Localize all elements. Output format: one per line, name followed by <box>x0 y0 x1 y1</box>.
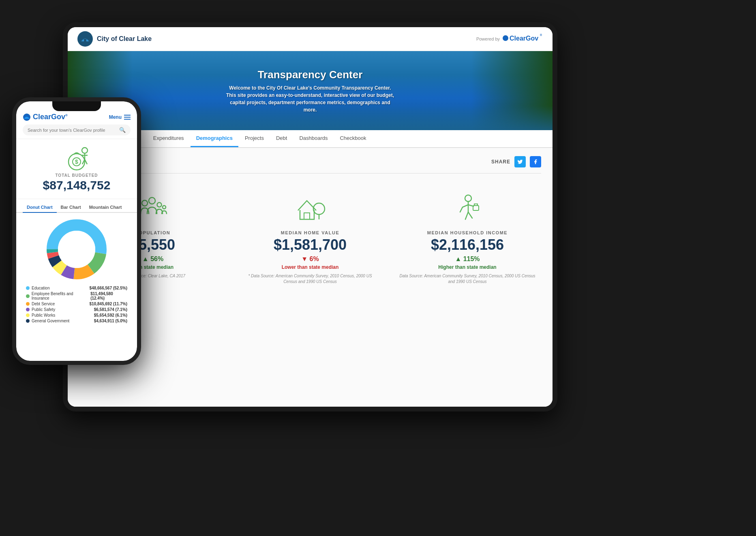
home-value-compare: Lower than state median <box>241 264 379 270</box>
nav-item-debt[interactable]: Debt <box>270 130 293 147</box>
share-area: SHARE <box>491 156 541 167</box>
phone-logo-text: ClearGov® <box>33 113 68 121</box>
household-income-icon <box>398 190 536 226</box>
legend-public-safety: Public Safety $6,581,574 (7.1%) <box>26 307 127 312</box>
svg-rect-9 <box>304 213 310 219</box>
svg-rect-13 <box>473 206 479 210</box>
hero-text: Transparency Center Welcome to the City … <box>225 68 395 113</box>
legend-dot-education <box>26 286 30 290</box>
legend-public-works: Public Works $5,654,592 (6.1%) <box>26 313 127 317</box>
nav-item-checkbook[interactable]: Checkbook <box>334 130 372 147</box>
legend-dot-public-safety <box>26 308 30 311</box>
city-logo <box>77 31 93 47</box>
legend-value-employee-benefits: $11,494,580 (12.4%) <box>90 292 127 300</box>
tab-mountain-chart[interactable]: Mountain Chart <box>85 202 126 213</box>
home-value-value: $1,581,700 <box>241 238 379 252</box>
phone-menu-button[interactable]: Menu <box>109 114 131 120</box>
svg-rect-1 <box>84 39 86 42</box>
svg-text:$: $ <box>75 159 78 165</box>
tab-bar-chart[interactable]: Bar Chart <box>57 202 85 213</box>
phone-search-input[interactable] <box>28 128 116 133</box>
cleargov-brand-logo: ClearGov ® <box>502 33 543 45</box>
hero-subtitle: Welcome to the City Of Clear Lake's Comm… <box>225 84 395 113</box>
home-value-icon <box>241 190 379 226</box>
demographics-stats: POPULATION 25,550 ▲ 56% than state media… <box>79 183 541 291</box>
legend-label-public-safety: Public Safety <box>32 307 55 312</box>
tablet-header: City of Clear Lake Powered by ClearGov ® <box>68 27 553 51</box>
home-value-change: ▼ 6% <box>241 255 379 263</box>
phone-logo: ClearGov® <box>23 113 68 121</box>
nav-item-dashboards[interactable]: Dashboards <box>293 130 333 147</box>
phone-header-row: ClearGov® Menu <box>23 113 131 121</box>
legend-value-public-safety: $6,581,574 (7.1%) <box>94 307 127 312</box>
search-icon: 🔍 <box>119 127 126 133</box>
powered-by-label: Powered by <box>476 36 500 41</box>
tab-donut-chart[interactable]: Donut Chart <box>23 202 57 213</box>
svg-point-18 <box>82 148 88 153</box>
svg-point-5 <box>142 200 148 206</box>
legend-dot-debt-service <box>26 302 30 306</box>
stat-home-value: MEDIAN HOME VALUE $1,581,700 ▼ 6% Lower … <box>236 183 384 291</box>
legend-label-public-works: Public Works <box>32 313 55 317</box>
svg-point-2 <box>503 35 508 41</box>
legend-employee-benefits: Employee Benefits and Insurance $11,494,… <box>26 292 127 300</box>
legend-value-general-government: $4,634,911 (5.0%) <box>94 319 127 323</box>
legend-label-debt-service: Debt Service <box>32 302 55 306</box>
svg-text:ClearGov: ClearGov <box>510 35 538 42</box>
legend-debt-service: Debt Service $10,845,692 (11.7%) <box>26 302 127 306</box>
svg-text:®: ® <box>540 34 542 36</box>
household-income-label: MEDIAN HOUSEHOLD INCOME <box>398 230 536 235</box>
scene: City of Clear Lake Powered by ClearGov ® <box>0 0 756 536</box>
household-income-compare: Higher than state median <box>398 264 536 270</box>
facebook-share-button[interactable] <box>530 156 541 167</box>
svg-point-12 <box>465 195 471 202</box>
budget-icon: $ <box>23 146 131 172</box>
legend-value-public-works: $5,654,592 (6.1%) <box>94 313 127 317</box>
phone-notch <box>52 101 101 111</box>
powered-by-area: Powered by ClearGov ® <box>476 33 543 45</box>
household-income-value: $2,116,156 <box>398 238 536 252</box>
hamburger-icon <box>124 115 131 120</box>
phone-budget-section: $ TOTAL BUDGETED $87,148,752 <box>16 139 137 199</box>
hero-title: Transparency Center <box>225 68 395 81</box>
legend-education: Education $48,666,567 (52.5%) <box>26 286 127 290</box>
donut-chart-area: Education $48,666,567 (52.5%) Employee B… <box>16 213 137 328</box>
legend-dot-employee-benefits <box>26 294 30 298</box>
share-label: SHARE <box>491 159 510 165</box>
total-budgeted-label: TOTAL BUDGETED <box>23 173 131 178</box>
menu-label: Menu <box>109 114 122 120</box>
svg-point-7 <box>157 203 162 207</box>
chart-legend: Education $48,666,567 (52.5%) Employee B… <box>23 286 131 324</box>
legend-value-debt-service: $10,845,692 (11.7%) <box>90 302 127 306</box>
twitter-share-button[interactable] <box>514 156 526 167</box>
legend-general-government: General Government $4,634,911 (5.0%) <box>26 319 127 323</box>
legend-dot-general-government <box>26 319 30 323</box>
tablet-logo-area: City of Clear Lake <box>77 31 152 47</box>
legend-label-education: Education <box>32 286 49 290</box>
household-income-change: ▲ 115% <box>398 255 536 263</box>
chart-tabs: Donut Chart Bar Chart Mountain Chart <box>16 199 137 213</box>
nav-item-projects[interactable]: Projects <box>239 130 270 147</box>
total-budgeted-value: $87,148,752 <box>23 178 131 192</box>
phone-search-bar[interactable]: 🔍 <box>23 124 131 135</box>
svg-point-8 <box>163 206 166 209</box>
stat-household-income: MEDIAN HOUSEHOLD INCOME $2,116,156 ▲ 115… <box>394 183 541 291</box>
phone-device: ClearGov® Menu 🔍 <box>12 97 141 365</box>
legend-label-employee-benefits: Employee Benefits and Insurance <box>32 292 90 300</box>
phone-screen: ClearGov® Menu 🔍 <box>16 101 137 361</box>
svg-point-6 <box>149 197 155 204</box>
home-value-label: MEDIAN HOME VALUE <box>241 230 379 235</box>
home-value-source: * Data Source: American Community Survey… <box>241 273 379 285</box>
legend-label-general-government: General Government <box>32 319 69 323</box>
legend-value-education: $48,666,567 (52.5%) <box>90 286 127 290</box>
household-income-source: Data Source: American Community Survey, … <box>398 273 536 285</box>
nav-item-demographics[interactable]: Demographics <box>191 130 238 147</box>
city-name: City of Clear Lake <box>97 35 152 43</box>
nav-item-expenditures[interactable]: Expenditures <box>148 130 190 147</box>
svg-point-27 <box>58 231 95 268</box>
donut-chart <box>44 217 109 282</box>
legend-dot-public-works <box>26 313 30 317</box>
content-header: c Snapshot SHARE <box>79 156 541 174</box>
